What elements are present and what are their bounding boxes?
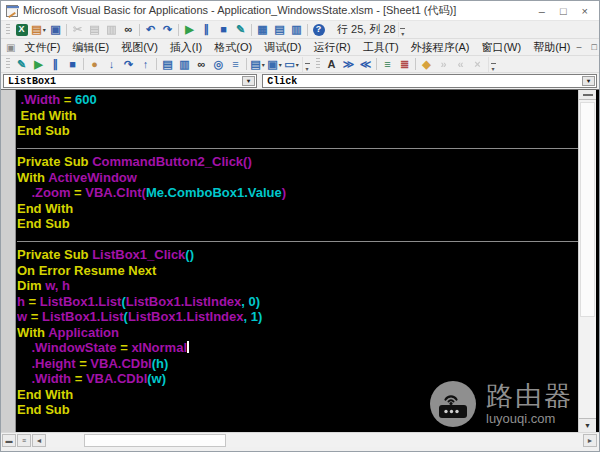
menu-format[interactable]: 格式(O) — [208, 39, 258, 55]
child-window-controls: –□× — [576, 42, 600, 52]
step-into-icon[interactable]: ↓ — [103, 57, 120, 72]
toggle-bookmark-icon[interactable]: ◆ — [418, 57, 435, 72]
reset-icon[interactable]: ■ — [215, 22, 232, 37]
redo-icon[interactable]: ↷ — [159, 22, 176, 37]
locals-window-icon[interactable]: ▤ — [159, 57, 176, 72]
horizontal-scrollbar-thumb[interactable] — [84, 434, 226, 447]
design-mode-icon[interactable]: ✎ — [13, 57, 30, 72]
scroll-right-button[interactable]: ► — [583, 434, 597, 447]
code-line[interactable]: .Zoom = VBA.CInt(Me.ComboBox1.Value) — [17, 185, 578, 201]
code-line[interactable]: .Height = VBA.CDbl(h) — [17, 356, 578, 372]
design-mode-icon[interactable]: ✎ — [232, 22, 249, 37]
object-browser-icon[interactable]: ▥ — [288, 22, 305, 37]
toolbar-options-chevron[interactable]: ▾ — [302, 57, 311, 72]
break-icon[interactable]: ∥ — [198, 22, 215, 37]
full-module-view-button[interactable]: ≡ — [17, 434, 31, 447]
menu-run[interactable]: 运行(R) — [307, 39, 356, 55]
maximize-button[interactable]: □ — [560, 1, 567, 21]
comment-block-icon[interactable]: ≡ — [379, 57, 396, 72]
previous-bookmark-icon: « — [452, 57, 469, 72]
insert-userform-icon[interactable]: ▤▾ — [30, 22, 47, 37]
menu-tools[interactable]: 工具(T) — [357, 39, 405, 55]
toolbar-options-chevron[interactable]: ▾ — [488, 57, 497, 72]
toolbar-grip[interactable] — [6, 24, 10, 36]
titlebar: Microsoft Visual Basic for Applications … — [1, 1, 599, 21]
code-line[interactable]: With Application — [17, 325, 578, 341]
properties-window-icon[interactable]: ▤ — [271, 22, 288, 37]
list-constants-icon[interactable]: ▣▾ — [266, 57, 283, 72]
code-line[interactable]: w = ListBox1.List(ListBox1.ListIndex, 1) — [17, 309, 578, 325]
code-line[interactable]: Dim w, h — [17, 278, 578, 294]
run-icon[interactable]: ▶ — [30, 57, 47, 72]
procedure-view-button[interactable]: ▬ — [2, 434, 16, 447]
parameter-info-icon[interactable]: ▭▾ — [283, 57, 300, 72]
code-line[interactable]: End With — [17, 108, 578, 124]
call-stack-icon[interactable]: ≡ — [227, 57, 244, 72]
indent-icon[interactable]: ≫ — [340, 57, 357, 72]
procedure-combobox[interactable]: Click ▼ — [262, 74, 597, 88]
code-line[interactable]: .WindowState = xlNormal — [17, 340, 578, 356]
code-line[interactable]: End Sub — [17, 216, 578, 232]
scroll-down-button[interactable]: ▼ — [579, 418, 596, 432]
code-line[interactable]: Private Sub ListBox1_Click() — [17, 247, 578, 263]
vertical-scrollbar-thumb[interactable] — [580, 102, 595, 317]
step-out-icon[interactable]: ↑ — [137, 57, 154, 72]
watch-window-icon[interactable]: ∞ — [193, 57, 210, 72]
menu-addins[interactable]: 外接程序(A) — [405, 39, 476, 55]
code-line[interactable]: With ActiveWindow — [17, 170, 578, 186]
toolbar-options-chevron[interactable]: ▾ — [398, 22, 407, 37]
code-line[interactable]: End Sub — [17, 123, 578, 139]
run-icon[interactable]: ▶ — [181, 22, 198, 37]
code-line[interactable]: .Width = 600 — [17, 92, 578, 108]
outdent-icon[interactable]: ≪ — [357, 57, 374, 72]
code-line[interactable]: h = ListBox1.List(ListBox1.ListIndex, 0) — [17, 294, 578, 310]
toolbar-separator — [307, 24, 308, 36]
uncomment-block-icon[interactable]: ≣ — [396, 57, 413, 72]
dropdown-arrow-icon[interactable]: ▾ — [279, 61, 282, 68]
procedure-combobox-value: Click — [267, 76, 297, 87]
dropdown-arrow-icon[interactable]: ▼ — [242, 76, 255, 86]
quick-watch-icon[interactable]: ◎ — [210, 57, 227, 72]
margin-indicator-bar[interactable] — [1, 90, 16, 432]
split-handle[interactable] — [579, 90, 596, 100]
toolbar-grip[interactable] — [6, 58, 10, 70]
code-line[interactable]: Private Sub CommandButton2_Click() — [17, 154, 578, 170]
dropdown-arrow-icon[interactable]: ▾ — [43, 26, 46, 33]
list-properties-icon[interactable]: ▤▾ — [249, 57, 266, 72]
step-over-icon[interactable]: ↷ — [120, 57, 137, 72]
close-button[interactable]: × — [582, 1, 588, 21]
menu-window[interactable]: 窗口(W) — [475, 39, 527, 55]
help-icon[interactable]: ? — [310, 22, 327, 37]
undo-icon[interactable]: ↶ — [142, 22, 159, 37]
dropdown-arrow-icon[interactable]: ▼ — [582, 76, 595, 86]
menu-insert[interactable]: 插入(I) — [164, 39, 208, 55]
complete-word-icon[interactable]: A — [323, 57, 340, 72]
horizontal-scrollbar[interactable]: ▬ ≡ ◄ ► — [1, 432, 599, 447]
code-line[interactable]: End With — [17, 201, 578, 217]
menu-debug[interactable]: 调试(D) — [258, 39, 307, 55]
minimize-button[interactable]: – — [539, 1, 545, 21]
menu-file[interactable]: 文件(F) — [18, 39, 66, 55]
find-icon[interactable]: ∞ — [120, 22, 137, 37]
horizontal-scrollbar-track[interactable] — [47, 434, 583, 447]
scroll-left-button[interactable]: ◄ — [32, 434, 46, 447]
code-line[interactable]: On Error Resume Next — [17, 263, 578, 279]
toggle-breakpoint-icon[interactable]: ● — [86, 57, 103, 72]
menu-help[interactable]: 帮助(H) — [527, 39, 576, 55]
restore-child-button[interactable]: □ — [591, 42, 596, 52]
menu-view[interactable]: 视图(V) — [115, 39, 164, 55]
dropdown-arrow-icon[interactable]: ▾ — [296, 61, 299, 68]
reset-icon[interactable]: ■ — [64, 57, 81, 72]
menu-edit[interactable]: 编辑(E) — [67, 39, 116, 55]
minimize-child-button[interactable]: – — [576, 42, 581, 52]
dropdown-arrow-icon[interactable]: ▾ — [262, 61, 265, 68]
toolbar-separator — [83, 58, 84, 70]
vertical-scrollbar[interactable]: ▼ — [578, 90, 596, 432]
view-excel-icon[interactable]: X — [13, 22, 30, 37]
project-explorer-icon[interactable]: ▦ — [254, 22, 271, 37]
immediate-window-icon[interactable]: ▥ — [176, 57, 193, 72]
object-combobox[interactable]: ListBox1 ▼ — [3, 74, 257, 88]
break-icon[interactable]: ∥ — [47, 57, 64, 72]
toolbar-grip[interactable] — [316, 58, 320, 70]
save-icon[interactable]: ▣ — [47, 22, 64, 37]
